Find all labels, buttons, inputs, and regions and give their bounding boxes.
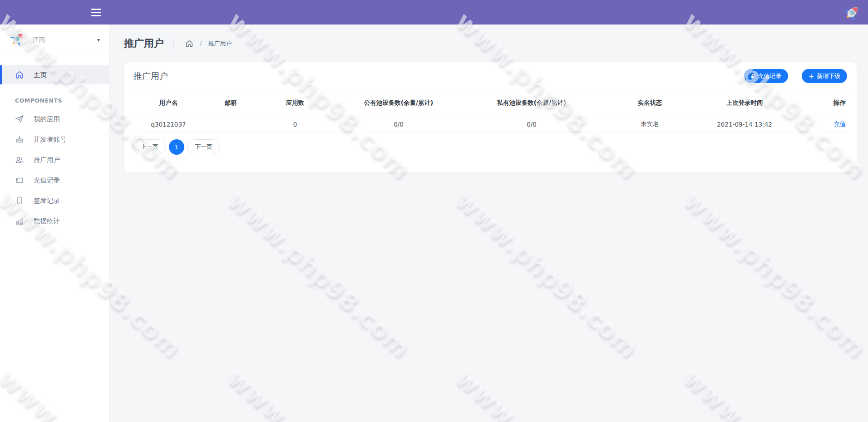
caret-down-icon: ▾ [97, 37, 100, 43]
prev-page-button[interactable]: 上一页 [133, 139, 166, 154]
sidebar-item-developer-account[interactable]: 开发者账号 [0, 130, 109, 149]
cell-public-pool: 0/0 [333, 116, 464, 132]
col-public-pool: 公有池设备数(余量/累计) [333, 90, 464, 116]
sidebar-section-label: COMPONENTS [15, 97, 109, 104]
sidebar-item-my-apps[interactable]: 我的应用 [0, 109, 109, 128]
col-app-count: 应用数 [257, 90, 333, 116]
brand-rocket-icon [10, 30, 26, 49]
sidebar-item-label: 我的应用 [34, 115, 60, 123]
col-username: 用户名 [133, 90, 204, 116]
sidebar-item-label: 数据统计 [34, 217, 60, 226]
cell-last-login: 2021-09-14 13:42 [701, 116, 788, 132]
users-table: 用户名 邮箱 应用数 公有池设备数(余量/累计) 私有池设备数(余量/累计) 实… [133, 90, 848, 133]
inbox-icon [15, 135, 24, 144]
cell-username: q30121037 [133, 116, 204, 132]
breadcrumb-home-icon[interactable] [185, 39, 193, 48]
add-subordinate-button[interactable]: + 新增下级 [802, 69, 847, 83]
breadcrumb: / 推广用户 [185, 39, 232, 48]
col-private-pool: 私有池设备数(余量/累计) [464, 90, 599, 116]
main-content: 推广用户 / 推广用户 推广用户 ₽ 充值记录 + 新增下级 [109, 25, 868, 422]
breadcrumb-separator: / [200, 40, 202, 47]
users-icon [15, 155, 24, 164]
breadcrumb-current: 推广用户 [208, 39, 232, 48]
page-header: 推广用户 / 推广用户 [124, 25, 857, 62]
paper-plane-icon [15, 114, 24, 123]
col-realname-status: 实名状态 [599, 90, 701, 116]
pagination: 上一页 1 下一页 [133, 139, 848, 155]
recharge-records-button[interactable]: ₽ 充值记录 [744, 69, 788, 83]
sidebar-item-label: 推广用户 [34, 156, 60, 164]
hamburger-menu-icon[interactable] [91, 7, 102, 18]
card-header: 推广用户 ₽ 充值记录 + 新增下级 [124, 62, 857, 90]
currency-icon: ₽ [751, 73, 755, 79]
sidebar-item-label: 充值记录 [34, 176, 60, 185]
sidebar: 江南 ▾ 主页 COMPONENTS 我的应用 开发者账号 [0, 25, 109, 422]
sidebar-item-label: 开发者账号 [34, 135, 67, 144]
top-navbar [0, 0, 868, 25]
sidebar-item-label: 主页 [34, 71, 47, 79]
app-logo-rocket-icon [844, 4, 861, 23]
sidebar-item-recharge-records[interactable]: 充值记录 [0, 171, 109, 190]
cell-app-count: 0 [257, 116, 333, 132]
plus-icon: + [809, 73, 814, 79]
sidebar-item-home[interactable]: 主页 [0, 65, 109, 84]
header-divider [173, 37, 174, 50]
col-action: 操作 [788, 90, 848, 116]
col-last-login: 上次登录时间 [701, 90, 788, 116]
next-page-button[interactable]: 下一页 [187, 139, 220, 154]
table-row: q30121037 0 0/0 0/0 未实名 2021-09-14 13:42… [133, 116, 848, 132]
brand-selector[interactable]: 江南 ▾ [0, 25, 109, 55]
col-email: 邮箱 [204, 90, 257, 116]
current-page-button[interactable]: 1 [169, 139, 184, 155]
sidebar-item-data-statistics[interactable]: 数据统计 [0, 211, 109, 231]
mobile-icon [15, 196, 24, 205]
sidebar-item-promotion-users[interactable]: 推广用户 [0, 150, 109, 169]
cell-email [204, 116, 257, 132]
sidebar-item-issue-records[interactable]: 签发记录 [0, 191, 109, 210]
bar-chart-icon [15, 216, 24, 226]
card-actions: ₽ 充值记录 + 新增下级 [744, 69, 847, 83]
cell-realname-status: 未实名 [599, 116, 701, 132]
page-title: 推广用户 [124, 37, 164, 50]
card-title: 推广用户 [133, 70, 168, 82]
brand-name: 江南 [33, 36, 45, 44]
promotion-users-card: 推广用户 ₽ 充值记录 + 新增下级 用户名 邮箱 [124, 62, 857, 172]
home-icon [15, 70, 24, 79]
wallet-icon [15, 176, 24, 185]
sidebar-nav: 主页 COMPONENTS 我的应用 开发者账号 推广用户 [0, 55, 109, 231]
cell-private-pool: 0/0 [464, 116, 599, 132]
table-header-row: 用户名 邮箱 应用数 公有池设备数(余量/累计) 私有池设备数(余量/累计) 实… [133, 90, 848, 116]
recharge-link[interactable]: 充值 [833, 120, 846, 128]
sidebar-item-label: 签发记录 [34, 196, 60, 205]
